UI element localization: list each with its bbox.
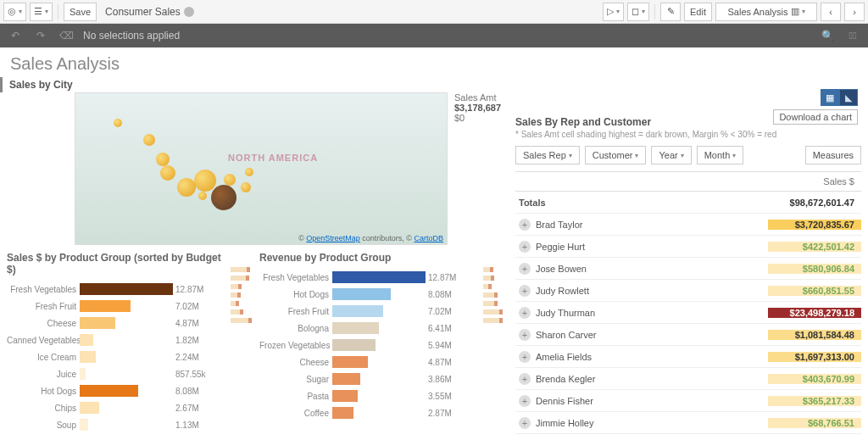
bar-row[interactable]: Fresh Fruit7.02M (7, 298, 225, 315)
expand-icon[interactable]: + (519, 241, 531, 253)
bar-fill (332, 322, 379, 334)
pivot-row[interactable]: +Amelia Fields$1,697,313.00 (515, 346, 861, 368)
expand-icon[interactable]: + (519, 417, 531, 429)
bar-fill (80, 283, 173, 295)
prev-sheet-button[interactable]: ‹ (821, 3, 841, 21)
bar-value: 12.87M (173, 285, 203, 294)
expand-icon[interactable]: + (519, 219, 531, 231)
bar-label: Coffee (259, 409, 332, 418)
pivot-row[interactable]: +Judy Rowlett$660,851.55 (515, 280, 861, 302)
expand-icon[interactable]: + (519, 263, 531, 275)
pivot-row[interactable]: +Jimmie Holley$68,766.51 (515, 412, 861, 434)
play-button[interactable]: ▷▾ (603, 3, 624, 21)
selections-tool-icon[interactable]: �⃞ (844, 27, 861, 44)
bar-fill (332, 373, 360, 385)
expand-icon[interactable]: + (519, 329, 531, 341)
step-forward-icon[interactable]: ↷ (32, 27, 49, 44)
pivot-row-name: +Jimmie Holley (515, 417, 768, 429)
pivot-totals-row: Totals $98,672,601.47 (515, 192, 861, 214)
bar-row[interactable]: Frozen Vegetables5.94M (259, 337, 478, 354)
pivot-row-name: +Dennis Fisher (515, 395, 768, 407)
bar-row[interactable]: Soup1.13M (7, 416, 225, 433)
bar-row[interactable]: Cheese4.87M (259, 354, 478, 370)
dimension-button[interactable]: Month▾ (697, 146, 744, 164)
bar-row[interactable]: Cheese4.87M (7, 315, 225, 331)
table-view-button[interactable]: ▦ (821, 89, 839, 106)
bar-label: Hot Dogs (7, 387, 80, 396)
bar-row[interactable]: Coffee2.87M (259, 404, 478, 421)
bar-label: Hot Dogs (259, 290, 332, 299)
save-button[interactable]: Save (64, 3, 97, 21)
pivot-row[interactable]: +Brad Taylor$3,720,835.67 (515, 214, 861, 236)
bar-row[interactable]: Ice Cream2.24M (7, 348, 225, 365)
pivot-row-value: $3,720,835.67 (768, 220, 861, 230)
bar-value: 1.13M (173, 421, 199, 430)
bar-value: 857.55k (173, 370, 206, 379)
mini-chart-2 (483, 252, 507, 433)
dimension-button[interactable]: Customer▾ (585, 146, 647, 164)
bar-label: Bologna (259, 324, 332, 333)
dimension-button[interactable]: Year▾ (651, 146, 691, 164)
bar-row[interactable]: Fresh Vegetables12.87M (7, 281, 225, 298)
pivot-row[interactable]: +Jose Bowen$580,906.84 (515, 258, 861, 280)
bar-row[interactable]: Fresh Fruit7.02M (259, 303, 478, 320)
bar-row[interactable]: Hot Dogs8.08M (259, 286, 478, 303)
measures-button[interactable]: Measures (805, 146, 861, 164)
bar-fill (80, 317, 115, 329)
list-menu-button[interactable]: ☰▾ (30, 3, 53, 21)
bar-label: Cheese (7, 319, 80, 328)
app-icon (184, 7, 194, 17)
bar-row[interactable]: Canned Vegetables1.82M (7, 331, 225, 348)
edit-button[interactable]: Edit (684, 3, 712, 21)
map-title: Sales by City (0, 77, 868, 92)
bar-row[interactable]: Pasta3.55M (259, 387, 478, 404)
pivot-row[interactable]: +Dennis Fisher$365,217.33 (515, 390, 861, 412)
pivot-row[interactable]: +Peggie Hurt$422,501.42 (515, 236, 861, 258)
expand-icon[interactable]: + (519, 285, 531, 297)
pivot-row-value: $23,498,279.18 (768, 308, 861, 318)
sales-by-product-chart[interactable]: Sales $ by Product Group (sorted by Budg… (7, 252, 225, 433)
pivot-column-header[interactable]: Sales $ (768, 176, 861, 187)
bar-row[interactable]: Hot Dogs8.08M (7, 382, 225, 399)
bar-row[interactable]: Sugar3.86M (259, 370, 478, 387)
nav-menu-button[interactable]: ◎▾ (3, 3, 26, 21)
dimension-button[interactable]: Sales Rep▾ (515, 146, 580, 164)
chart-view-button[interactable]: ◣ (839, 89, 858, 106)
bar-value: 7.02M (426, 307, 452, 316)
bar-row[interactable]: Fresh Vegetables12.87M (259, 269, 478, 286)
download-tooltip: Download a chart (773, 109, 858, 125)
bar-label: Canned Vegetables (7, 336, 80, 345)
map-continent-label: NORTH AMERICA (228, 153, 318, 163)
expand-icon[interactable]: + (519, 307, 531, 319)
sheet-selector[interactable]: Sales Analysis ▥▾ (715, 3, 817, 21)
next-sheet-button[interactable]: › (844, 3, 865, 21)
expand-icon[interactable]: + (519, 351, 531, 363)
pivot-row[interactable]: +Sharon Carver$1,081,584.48 (515, 324, 861, 346)
carto-link[interactable]: CartoDB (414, 234, 443, 242)
pivot-row-name: +Judy Thurman (515, 307, 768, 319)
clear-selections-icon[interactable]: ⌫ (58, 27, 75, 44)
bar-label: Fresh Fruit (259, 307, 332, 316)
bar-row[interactable]: Bologna6.41M (259, 320, 478, 337)
bar-fill (80, 300, 131, 312)
bar-value: 6.41M (426, 324, 452, 333)
chart-title: Sales $ by Product Group (sorted by Budg… (7, 252, 225, 276)
revenue-by-product-chart[interactable]: Revenue by Product GroupFresh Vegetables… (259, 252, 478, 433)
edit-icon-button[interactable]: ✎ (660, 3, 681, 21)
sales-map[interactable]: NORTH AMERICA © OpenStreetMap contributo… (75, 92, 448, 245)
bar-value: 4.87M (173, 319, 199, 328)
expand-icon[interactable]: + (519, 373, 531, 385)
step-back-icon[interactable]: ↶ (7, 27, 24, 44)
expand-icon[interactable]: + (519, 395, 531, 407)
bar-row[interactable]: Juice857.55k (7, 365, 225, 382)
bar-row[interactable]: Chips2.67M (7, 399, 225, 416)
search-icon[interactable]: 🔍 (819, 27, 836, 44)
pivot-row[interactable]: +Brenda Kegler$403,670.99 (515, 368, 861, 390)
pivot-row-value: $68,766.51 (768, 418, 861, 428)
sheet-title: Sales Analysis (0, 47, 868, 77)
top-toolbar: ◎▾ ☰▾ Save Consumer Sales ▷▾ ◻▾ ✎ Edit S… (0, 0, 868, 24)
bookmark-button[interactable]: ◻▾ (627, 3, 649, 21)
osm-link[interactable]: OpenStreetMap (306, 234, 360, 242)
pivot-row[interactable]: +Judy Thurman$23,498,279.18 (515, 302, 861, 324)
pivot-row-value: $1,697,313.00 (768, 352, 861, 362)
